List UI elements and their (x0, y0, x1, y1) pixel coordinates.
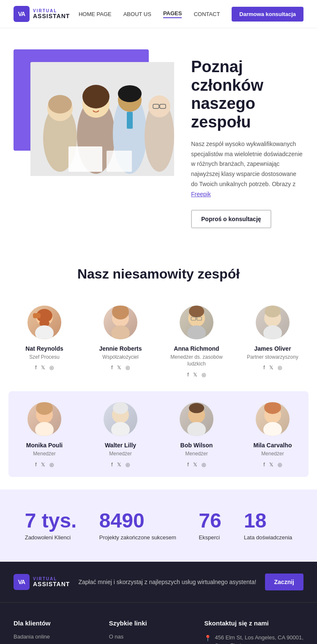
name-mila: Mila Carvalho (253, 442, 292, 449)
hero-cta-button[interactable]: Poproś o konsultację (191, 210, 271, 228)
instagram-icon-mila[interactable]: ◎ (278, 462, 282, 468)
footer-col2-title: Szybkie linki (109, 620, 192, 627)
facebook-icon-anna[interactable]: f (187, 372, 189, 378)
instagram-icon-bob[interactable]: ◎ (202, 462, 206, 468)
socials-nat: f 𝕏 ◎ (35, 365, 53, 371)
facebook-icon-jennie[interactable]: f (111, 365, 112, 371)
team-card-bob: Bob Wilson Menedżer f 𝕏 ◎ (161, 395, 232, 473)
svg-point-28 (187, 325, 206, 339)
socials-james: f 𝕏 ◎ (263, 365, 281, 371)
name-anna: Anna Richmond (174, 345, 219, 352)
svg-point-22 (35, 325, 54, 339)
footer-address: 📍 456 Elm St, Los Angeles, CA 90001, Sta… (204, 633, 303, 644)
hero-section: Poznaj członków naszego zespołu Nasz zes… (0, 28, 317, 245)
name-james: James Oliver (254, 345, 291, 352)
footer-cta-button[interactable]: Zacznij (265, 574, 303, 590)
facebook-icon-walter[interactable]: f (111, 462, 112, 468)
stat-number-clients: 7 tys. (25, 511, 77, 531)
facebook-icon-james[interactable]: f (263, 365, 265, 371)
svg-point-25 (111, 325, 130, 339)
instagram-icon-anna[interactable]: ◎ (202, 372, 206, 378)
name-walter: Walter Lilly (105, 442, 136, 449)
hero-content: Poznaj członków naszego zespołu Nasz zes… (191, 49, 303, 228)
avatar-mila (256, 402, 290, 436)
team-grid-row2: Monika Pouli Menedżer f 𝕏 ◎ Walter Lilly (8, 391, 309, 477)
name-monika: Monika Pouli (26, 442, 63, 449)
socials-jennie: f 𝕏 ◎ (111, 365, 129, 371)
svg-rect-11 (127, 112, 133, 129)
name-nat: Nat Reynolds (25, 345, 63, 352)
freepik-link[interactable]: Freepik (191, 191, 211, 198)
svg-point-10 (118, 85, 142, 102)
location-icon: 📍 (204, 634, 211, 643)
instagram-icon-nat[interactable]: ◎ (49, 365, 54, 371)
footer: Dla klientów Badania online Nasze usługi… (0, 602, 317, 644)
instagram-icon-monika[interactable]: ◎ (49, 462, 54, 468)
svg-point-4 (48, 95, 72, 114)
stat-label-years: Lata doświadczenia (244, 534, 292, 541)
svg-point-7 (82, 85, 109, 108)
facebook-icon-bob[interactable]: f (187, 462, 189, 468)
logo-assistant: ASSISTANT (33, 13, 70, 19)
nav-home[interactable]: HOME PAGE (79, 11, 112, 17)
footer-grid: Dla klientów Badania online Nasze usługi… (14, 620, 303, 644)
socials-monika: f 𝕏 ◎ (35, 462, 53, 468)
header: VA VIRTUAL ASSISTANT HOME PAGE ABOUT US … (0, 0, 317, 28)
footer-link-badania[interactable]: Badania online (14, 633, 96, 640)
twitter-icon-bob[interactable]: 𝕏 (193, 462, 197, 468)
instagram-icon-walter[interactable]: ◎ (126, 462, 130, 468)
hero-image (30, 62, 174, 176)
avatar-james (256, 306, 290, 339)
twitter-icon-anna[interactable]: 𝕏 (193, 372, 197, 378)
role-walter: Menedżer (109, 450, 131, 457)
role-mila: Menedżer (261, 450, 284, 457)
twitter-icon-nat[interactable]: 𝕏 (41, 365, 45, 371)
avatar-nat (27, 306, 61, 339)
stat-label-experts: Eksperci (199, 534, 221, 541)
stats-section: 7 tys. Zadowoleni Klienci 8490 Projekty … (0, 490, 317, 562)
name-jennie: Jennie Roberts (99, 345, 142, 352)
twitter-icon-james[interactable]: 𝕏 (269, 365, 273, 371)
svg-point-37 (35, 422, 54, 436)
role-nat: Szef Procesu (29, 354, 59, 361)
hero-title: Poznaj członków naszego zespołu (191, 58, 303, 132)
role-anna: Menedżer ds. zasobów ludzkich (164, 354, 229, 368)
twitter-icon-walter[interactable]: 𝕏 (117, 462, 121, 468)
footer-logo-text: VIRTUAL ASSISTANT (33, 576, 70, 587)
team-card-anna: Anna Richmond Menedżer ds. zasobów ludzk… (161, 299, 232, 383)
footer-col1-title: Dla klientów (14, 620, 96, 627)
twitter-icon-monika[interactable]: 𝕏 (41, 462, 45, 468)
twitter-icon-jennie[interactable]: 𝕏 (117, 365, 121, 371)
svg-point-27 (189, 306, 204, 317)
facebook-icon-nat[interactable]: f (35, 365, 36, 371)
role-james: Partner stowarzyszony (247, 354, 298, 361)
facebook-icon-monika[interactable]: f (35, 462, 36, 468)
team-card-monika: Monika Pouli Menedżer f 𝕏 ◎ (8, 395, 80, 473)
footer-link-onas[interactable]: O nas (109, 633, 192, 640)
avatar-bob (180, 402, 213, 436)
stat-projects: 8490 Projekty zakończone sukcesem (99, 511, 176, 541)
logo-icon: VA (14, 6, 30, 22)
facebook-icon-mila[interactable]: f (263, 462, 265, 468)
avatar-walter (104, 402, 137, 436)
avatar-anna (180, 306, 213, 339)
nav-pages[interactable]: PAGES (163, 10, 182, 18)
twitter-icon-mila[interactable]: 𝕏 (269, 462, 273, 468)
nav-contact[interactable]: CONTACT (194, 11, 220, 17)
footer-col-links: Szybkie linki O nas Nasze usługi Blog Re… (109, 620, 192, 644)
logo[interactable]: VA VIRTUAL ASSISTANT (14, 6, 70, 22)
consult-button[interactable]: Darmowa konsultacja (232, 7, 303, 22)
footer-cta-banner: VA VIRTUAL ASSISTANT Zapłać mniej i skor… (0, 562, 317, 602)
instagram-icon-james[interactable]: ◎ (278, 365, 282, 371)
svg-point-33 (265, 306, 281, 317)
nav-about[interactable]: ABOUT US (123, 11, 151, 17)
team-card-nat: Nat Reynolds Szef Procesu f 𝕏 ◎ (8, 299, 80, 383)
hero-description: Nasz zespół wysoko wykwalifikowanych spe… (191, 139, 303, 200)
socials-anna: f 𝕏 ◎ (187, 372, 205, 378)
instagram-icon-jennie[interactable]: ◎ (126, 365, 130, 371)
main-nav: HOME PAGE ABOUT US PAGES CONTACT Darmowa… (79, 7, 303, 22)
svg-point-43 (187, 422, 206, 436)
stat-years: 18 Lata doświadczenia (244, 511, 292, 541)
stat-experts: 76 Eksperci (199, 511, 221, 541)
team-card-jennie: Jennie Roberts Współzałożyciel f 𝕏 ◎ (85, 299, 156, 383)
